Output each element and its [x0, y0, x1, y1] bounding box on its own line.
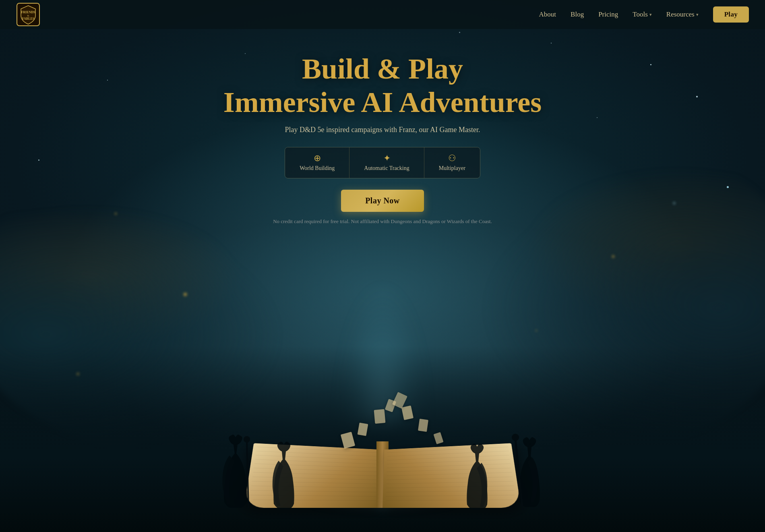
feature-world-building[interactable]: ⊕ World Building [285, 147, 349, 178]
star-4 [597, 117, 598, 118]
character-2 [270, 437, 298, 510]
nav-links: About Blog Pricing Tools ▾ Resources ▾ P… [539, 6, 749, 23]
globe-icon: ⊕ [314, 154, 321, 163]
svg-text:FRIENDS: FRIENDS [21, 10, 35, 14]
nav-about[interactable]: About [539, 10, 556, 19]
nav-play-button[interactable]: Play [713, 6, 749, 23]
logo[interactable]: FRIENDS & FABLES [16, 2, 40, 27]
book-left-page [244, 443, 382, 508]
play-now-button[interactable]: Play Now [341, 190, 424, 212]
character-3 [463, 439, 491, 510]
hero-section: Build & Play Immersive AI Adventures Pla… [0, 0, 765, 532]
feature-multiplayer[interactable]: ⚇ Multiplayer [424, 147, 480, 178]
tools-chevron-icon: ▾ [649, 12, 652, 17]
star-2 [551, 43, 552, 43]
users-icon: ⚇ [448, 154, 456, 163]
book-scene [201, 363, 564, 532]
star-3 [696, 96, 698, 97]
floating-page-3 [374, 409, 386, 424]
svg-text:FABLES: FABLES [22, 17, 35, 21]
bokeh-6 [673, 202, 675, 204]
nav-pricing[interactable]: Pricing [598, 10, 618, 19]
hero-disclaimer: No credit card required for free trial. … [273, 218, 492, 225]
star-1 [650, 64, 651, 65]
svg-point-5 [244, 436, 250, 443]
feature-pills: ⊕ World Building ✦ Automatic Tracking ⚇ … [285, 147, 480, 178]
svg-point-7 [512, 434, 519, 441]
floating-page-6 [418, 419, 428, 432]
bokeh-4 [536, 330, 537, 331]
floating-page-5 [401, 406, 414, 420]
sparkle-icon: ✦ [383, 154, 391, 163]
hero-content: Build & Play Immersive AI Adventures Pla… [223, 52, 542, 225]
navigation: FRIENDS & FABLES About Blog Pricing Tool… [0, 0, 765, 29]
book-right-page [382, 443, 521, 508]
svg-line-4 [247, 441, 248, 508]
hero-subtitle: Play D&D 5e inspired campaigns with Fran… [285, 126, 480, 134]
bokeh-5 [76, 373, 79, 375]
hero-title: Build & Play Immersive AI Adventures [223, 52, 542, 119]
floating-page-2 [358, 422, 368, 436]
character-4 [511, 431, 548, 510]
character-1 [219, 429, 252, 510]
resources-chevron-icon: ▾ [696, 12, 699, 17]
logo-emblem: FRIENDS & FABLES [16, 2, 40, 27]
nav-resources[interactable]: Resources ▾ [666, 10, 699, 19]
feature-auto-tracking[interactable]: ✦ Automatic Tracking [349, 147, 424, 178]
nav-tools[interactable]: Tools ▾ [633, 10, 652, 19]
nav-blog[interactable]: Blog [571, 10, 584, 19]
bokeh-1 [184, 293, 187, 296]
